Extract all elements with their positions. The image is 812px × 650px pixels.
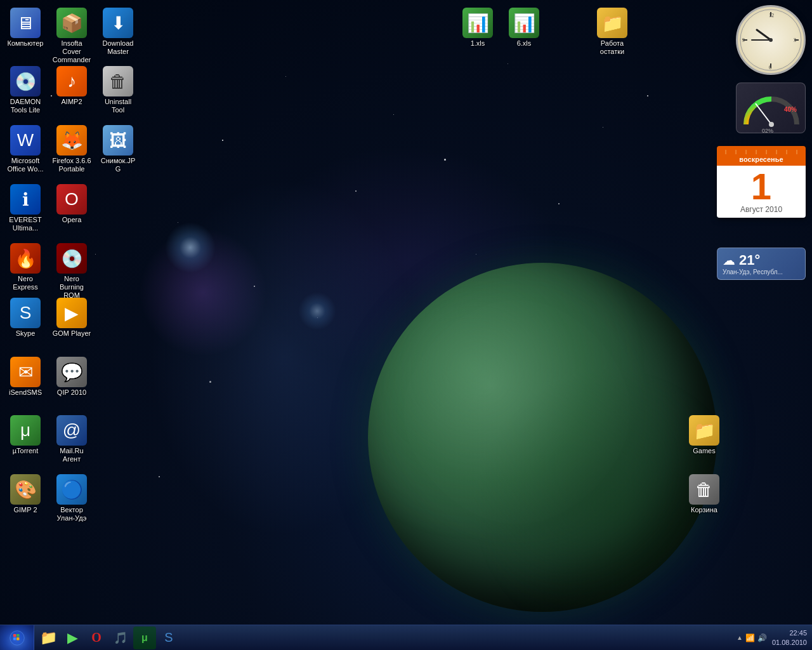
taskbar-folder-icon[interactable]: 📁 bbox=[37, 627, 60, 649]
desktop-icon-aimp[interactable]: ♪AIMP2 bbox=[49, 63, 94, 109]
icon-image-aimp: ♪ bbox=[56, 66, 87, 96]
icon-image-image: 🖼 bbox=[103, 125, 133, 156]
desktop-icon-xls6[interactable]: 📊6.xls bbox=[502, 5, 546, 50]
taskbar-volume-icon[interactable]: 🔊 bbox=[757, 633, 767, 642]
desktop-icon-download[interactable]: ⬇Download Master bbox=[96, 5, 140, 58]
desktop-icon-firefox[interactable]: 🦊Firefox 3.6.6 Portable bbox=[49, 123, 94, 176]
svg-text:40%: 40% bbox=[784, 106, 797, 113]
svg-line-12 bbox=[756, 103, 771, 124]
desktop-icon-nerobr[interactable]: 💿Nero Burning ROM bbox=[49, 241, 94, 303]
taskbar-sys-icons: ▲ 📶 🔊 bbox=[737, 633, 767, 642]
icon-image-nerobr: 💿 bbox=[56, 243, 87, 274]
icon-image-recycle: 🗑 bbox=[689, 474, 719, 505]
desktop-icon-gimp[interactable]: 🎨GIMP 2 bbox=[3, 472, 48, 517]
taskbar-skype-icon[interactable]: S bbox=[157, 627, 180, 649]
icon-image-xls6: 📊 bbox=[509, 8, 539, 38]
weather-widget: ☁ 21° Улан-Удэ, Республ... bbox=[717, 248, 806, 280]
start-button[interactable] bbox=[0, 625, 34, 651]
clock-widget: 12 3 6 9 bbox=[736, 5, 806, 75]
taskbar-clock[interactable]: 22:45 01.08.2010 bbox=[772, 628, 807, 647]
svg-rect-19 bbox=[13, 637, 15, 640]
desktop-icon-uninstall[interactable]: 🗑Uninstall Tool bbox=[96, 63, 140, 117]
icon-label-games: Games bbox=[693, 447, 715, 455]
icon-label-msoffice: Microsoft Office Wo... bbox=[6, 157, 45, 173]
icon-image-neroexpress: 🔥 bbox=[10, 243, 41, 274]
icon-label-isendsms: iSendSMS bbox=[9, 388, 42, 397]
desktop-icon-vector[interactable]: 🔵Вектор Улан-Удэ bbox=[49, 472, 94, 525]
desktop-icon-image[interactable]: 🖼Снимок.JPG bbox=[96, 123, 140, 176]
desktop-icon-everest[interactable]: ℹEVEREST Ultima... bbox=[3, 182, 48, 235]
desktop-icon-gom[interactable]: ▶GOM Player bbox=[49, 295, 94, 340]
calendar-body: 1 Август 2010 bbox=[717, 166, 806, 218]
desktop-icon-xls1[interactable]: 📊1.xls bbox=[455, 5, 500, 50]
taskbar-player-icon[interactable]: ▶ bbox=[61, 627, 84, 649]
svg-rect-18 bbox=[16, 633, 19, 636]
icon-image-qip: 💬 bbox=[56, 357, 87, 387]
icon-label-xls6: 6.xls bbox=[517, 39, 532, 48]
icon-label-everest: EVEREST Ultima... bbox=[6, 216, 45, 232]
icon-label-opera: Opera bbox=[62, 216, 82, 224]
weather-location: Улан-Удэ, Республ... bbox=[723, 269, 800, 275]
icon-label-gimp: GIMP 2 bbox=[13, 506, 37, 514]
taskbar-utorrent-icon[interactable]: μ bbox=[133, 627, 156, 649]
calendar-day-name: воскресенье bbox=[721, 156, 802, 163]
icon-image-opera: O bbox=[56, 184, 87, 215]
icon-image-everest: ℹ bbox=[10, 184, 41, 215]
icon-label-mailru: Mail.Ru Агент bbox=[52, 447, 91, 463]
desktop-icon-msoffice[interactable]: WMicrosoft Office Wo... bbox=[3, 123, 48, 176]
svg-text:3: 3 bbox=[794, 37, 796, 43]
svg-text:6: 6 bbox=[769, 65, 771, 70]
icon-image-gimp: 🎨 bbox=[10, 474, 41, 505]
calendar-month-year: Август 2010 bbox=[721, 205, 802, 214]
desktop-icon-infosoft[interactable]: 📦Insofta Cover Commander bbox=[49, 5, 94, 67]
desktop-icon-daemon[interactable]: 💿DAEMON Tools Lite bbox=[3, 63, 48, 117]
icon-label-daemon: DAEMON Tools Lite bbox=[6, 98, 45, 114]
icon-label-image: Снимок.JPG bbox=[98, 157, 138, 173]
icon-image-infosoft: 📦 bbox=[56, 8, 87, 38]
windows-logo-icon bbox=[9, 630, 25, 646]
icon-label-firefox: Firefox 3.6.6 Portable bbox=[52, 157, 91, 173]
svg-line-9 bbox=[757, 30, 771, 40]
taskbar-winamp-icon[interactable]: 🎵 bbox=[109, 627, 132, 649]
desktop-icon-isendsms[interactable]: ✉iSendSMS bbox=[3, 354, 48, 399]
calendar-widget: | | | | | | | | воскресенье 1 Август 201… bbox=[717, 146, 806, 218]
desktop-icon-qip[interactable]: 💬QIP 2010 bbox=[49, 354, 94, 399]
desktop-icon-skype[interactable]: SSkype bbox=[3, 295, 48, 340]
icon-image-gom: ▶ bbox=[56, 298, 87, 328]
desktop-icon-games[interactable]: 📁Games bbox=[682, 413, 726, 458]
desktop-icon-neroexpress[interactable]: 🔥Nero Express bbox=[3, 241, 48, 294]
calendar-day-number: 1 bbox=[721, 168, 802, 205]
svg-point-11 bbox=[769, 38, 773, 42]
icon-label-neroexpress: Nero Express bbox=[6, 275, 45, 291]
icon-image-download: ⬇ bbox=[103, 8, 133, 38]
icon-label-aimp: AIMP2 bbox=[61, 98, 82, 106]
icon-label-xls1: 1.xls bbox=[471, 39, 485, 48]
icon-label-workfolder: Работа остатки bbox=[593, 39, 632, 56]
taskbar-arrow-icon[interactable]: ▲ bbox=[737, 634, 743, 641]
taskbar-date: 01.08.2010 bbox=[772, 638, 807, 647]
desktop-icon-computer[interactable]: 🖥Компьютер bbox=[3, 5, 48, 50]
meter-svg: 40% 02% bbox=[737, 83, 806, 133]
calendar-header: | | | | | | | | воскресенье bbox=[717, 146, 806, 166]
icon-image-utorrent: μ bbox=[10, 415, 41, 446]
icon-label-gom: GOM Player bbox=[53, 329, 91, 338]
desktop-icon-recycle[interactable]: 🗑Корзина bbox=[682, 472, 726, 517]
icon-image-skype: S bbox=[10, 298, 41, 328]
desktop-icon-mailru[interactable]: @Mail.Ru Агент bbox=[49, 413, 94, 466]
icon-label-infosoft: Insofta Cover Commander bbox=[52, 39, 91, 65]
taskbar-time: 22:45 bbox=[772, 628, 807, 637]
taskbar-opera-icon[interactable]: O bbox=[85, 627, 108, 649]
meter-widget: 40% 02% bbox=[736, 83, 806, 133]
desktop-icon-opera[interactable]: OOpera bbox=[49, 182, 94, 227]
icon-image-isendsms: ✉ bbox=[10, 357, 41, 387]
icon-label-recycle: Корзина bbox=[691, 506, 717, 514]
desktop-icon-workfolder[interactable]: 📁Работа остатки bbox=[590, 5, 634, 58]
icon-image-firefox: 🦊 bbox=[56, 125, 87, 156]
svg-text:12: 12 bbox=[769, 13, 774, 18]
icon-label-download: Download Master bbox=[98, 39, 138, 56]
icon-label-qip: QIP 2010 bbox=[57, 388, 86, 397]
clock-svg: 12 3 6 9 bbox=[738, 7, 804, 73]
taskbar-right: ▲ 📶 🔊 22:45 01.08.2010 bbox=[731, 628, 812, 647]
desktop-icon-utorrent[interactable]: μµTorrent bbox=[3, 413, 48, 458]
icon-label-computer: Компьютер bbox=[8, 39, 44, 48]
